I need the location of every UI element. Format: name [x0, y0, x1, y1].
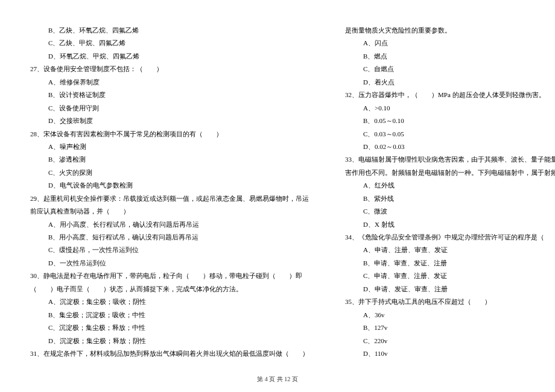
q28-stem: 28、宋体设备有害因素检测中不属于常见的检测项目的有（ ） [30, 128, 309, 141]
q26-option-d: D、环氧乙烷、甲烷、四氟乙烯 [30, 50, 309, 63]
q32-option-c: C、0.03～0.05 [345, 128, 555, 141]
q33-option-c: C、微波 [345, 205, 555, 218]
q29-option-d: D、一次性吊运到位 [30, 257, 309, 270]
q26-option-b: B、乙炔、环氧乙烷、四氟乙烯 [30, 24, 309, 37]
q30-option-c: C、沉淀极；集尘极；释放；中性 [30, 321, 309, 334]
q34-option-c: C、申请、审查、注册、发证 [345, 270, 555, 282]
q29-option-a: A、用小高度、长行程试吊，确认没有问题后再吊运 [30, 218, 309, 231]
q33-stem-line1: 33、电磁辐射属于物理性职业病危害因素，由于其频率、波长、量子能量的不同，对人体… [345, 153, 555, 166]
q31-option-c: C、自燃点 [345, 63, 555, 75]
q32-option-b: B、0.05～0.10 [345, 115, 555, 127]
q31-option-b: B、燃点 [345, 50, 555, 63]
q30-option-d: D、沉淀极；集尘极；释放；阴性 [30, 335, 309, 347]
q28-option-b: B、渗透检测 [30, 153, 309, 166]
page-footer: 第 4 页 共 12 页 [0, 375, 555, 384]
q35-option-b: B、127v [345, 321, 555, 334]
q33-option-a: A、红外线 [345, 179, 555, 192]
q27-option-a: A、维修保养制度 [30, 76, 309, 89]
q34-option-b: B、申请、审查、发证、注册 [345, 257, 555, 270]
q30-option-a: A、沉淀极；集尘极；吸收；阴性 [30, 296, 309, 308]
q30-stem-line2: （ ）电子而呈（ ）状态，从而捕捉下来，完成气体净化的方法。 [30, 283, 309, 296]
left-column: B、乙炔、环氧乙烷、四氟乙烯 C、乙炔、甲烷、四氟乙烯 D、环氧乙烷、甲烷、四氟… [30, 24, 309, 360]
q32-option-a: A、>0.10 [345, 102, 555, 115]
q29-stem-line1: 29、起重机司机安全操作要求：吊载接近或达到额一值，或起吊液态金属、易燃易爆物时… [30, 192, 309, 205]
q31-stem: 31、在规定条件下，材料或制品加热到释放出气体瞬间着火并出现火焰的最低温度叫做（… [30, 347, 309, 360]
q30-stem-line1: 30、静电法是粒子在电场作用下，带药电后，粒子向（ ）移动，带电粒子碰到（ ）即 [30, 270, 309, 282]
q28-option-c: C、火灾的探测 [30, 166, 309, 179]
q27-stem: 27、设备使用安全管理制度不包括：（ ） [30, 63, 309, 75]
q35-option-a: A、36v [345, 309, 555, 321]
q31-stem-tail: 是衡量物质火灾危险性的重要参数。 [345, 24, 555, 37]
q35-option-c: C、220v [345, 335, 555, 347]
two-column-layout: B、乙炔、环氧乙烷、四氟乙烯 C、乙炔、甲烷、四氟乙烯 D、环氧乙烷、甲烷、四氟… [30, 24, 525, 360]
q33-stem-line2: 害作用也不同。射频辐射是电磁辐射的一种。下列电磁辐射中，属于射频辐射的是（ ） [345, 166, 555, 179]
q27-option-b: B、设计资格证制度 [30, 89, 309, 101]
q29-option-b: B、用小高度、短行程试吊，确认没有问题后再吊运 [30, 231, 309, 244]
q32-option-d: D、0.02～0.03 [345, 141, 555, 153]
q34-option-a: A、申请、注册、审查、发证 [345, 244, 555, 256]
q27-option-d: D、交接班制度 [30, 115, 309, 127]
q29-stem-line2: 前应认真检查制动器，并（ ） [30, 205, 309, 218]
q35-stem: 35、井下手持式电动工具的电压不应超过（ ） [345, 296, 555, 308]
q33-option-d: D、X 射线 [345, 218, 555, 231]
q32-stem: 32、压力容器爆炸中，（ ）MPa 的超压会使人体受到轻微伤害。 [345, 89, 555, 101]
q34-stem: 34、《危险化学品安全管理条例》中规定办理经营许可证的程序是（ ） [345, 231, 555, 244]
q26-option-c: C、乙炔、甲烷、四氟乙烯 [30, 37, 309, 49]
q34-option-d: D、申请、发证、审查、注册 [345, 283, 555, 296]
q30-option-b: B、集尘极；沉淀极；吸收；中性 [30, 309, 309, 321]
q29-option-c: C、缓慢起吊，一次性吊运到位 [30, 244, 309, 256]
q31-option-d: D、着火点 [345, 76, 555, 89]
q27-option-c: C、设备使用守则 [30, 102, 309, 115]
q33-option-b: B、紫外线 [345, 192, 555, 205]
q28-option-a: A、噪声检测 [30, 141, 309, 153]
q35-option-d: D、110v [345, 347, 555, 360]
q28-option-d: D、电气设备的电气参数检测 [30, 179, 309, 192]
right-column: 是衡量物质火灾危险性的重要参数。 A、闪点 B、燃点 C、自燃点 D、着火点 3… [345, 24, 555, 360]
q31-option-a: A、闪点 [345, 37, 555, 49]
